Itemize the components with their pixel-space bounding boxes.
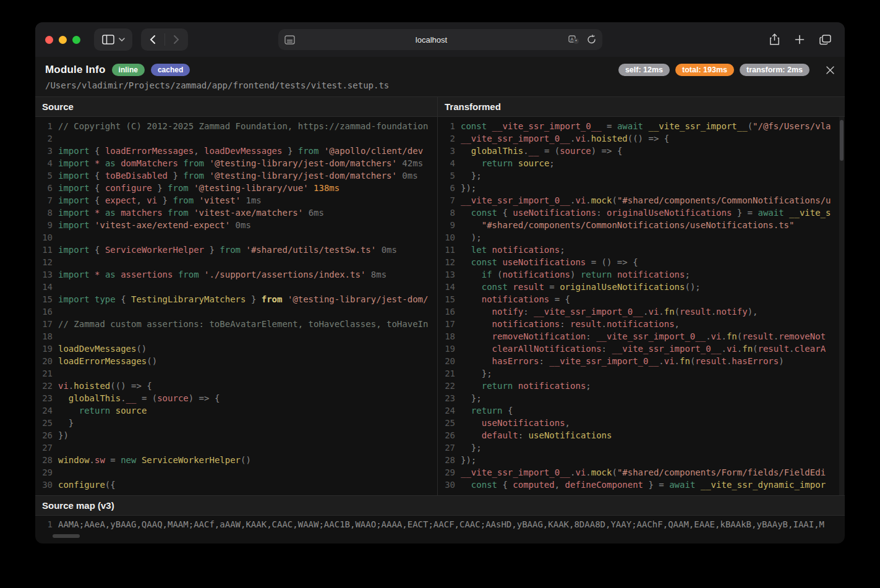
code-line: 5import { toBeDisabled } from '@testing-…: [35, 169, 437, 182]
line-number: 30: [438, 479, 455, 491]
line-number: 27: [35, 441, 53, 454]
close-window-button[interactable]: [45, 36, 53, 44]
line-number: 16: [35, 305, 53, 318]
code-panels: Source 1// Copyright (C) 2012-2025 Zamma…: [35, 97, 845, 495]
horizontal-scrollbar-thumb[interactable]: [53, 534, 80, 538]
code-text: __vite_ssr_import_0__.vi.mock("#shared/c…: [461, 466, 826, 479]
zoom-window-button[interactable]: [72, 36, 80, 44]
code-text: globalThis.__ = (source) => {: [461, 145, 622, 157]
minimize-window-button[interactable]: [59, 36, 67, 44]
sourcemap-title: Source map (v3): [35, 495, 845, 516]
svg-text:*: *: [575, 38, 577, 44]
line-number: 12: [438, 256, 455, 268]
line-number: 22: [35, 380, 53, 392]
line-number: 26: [35, 429, 53, 441]
nav-buttons: [141, 28, 188, 51]
code-line: 26}): [35, 429, 437, 441]
code-text: return source;: [461, 157, 555, 169]
browser-window: localhost A *: [35, 22, 845, 543]
code-line: 12: [35, 256, 437, 268]
code-text: const useNotifications = () => {: [461, 256, 638, 268]
line-number: 18: [438, 330, 455, 343]
code-text: loadDevMessages(): [58, 343, 147, 355]
code-line: 23 globalThis.__ = (source) => {: [35, 392, 437, 404]
line-number: 13: [35, 268, 53, 281]
code-text: };: [461, 367, 492, 380]
code-text: useNotifications,: [461, 417, 570, 429]
line-number: 19: [35, 343, 53, 355]
timing-total: total: 193ms: [675, 64, 734, 76]
line-number: 24: [438, 404, 455, 417]
line-number: 5: [35, 169, 53, 182]
code-line: 18 removeNotification: __vite_ssr_import…: [438, 330, 845, 343]
line-number: 17: [438, 318, 455, 330]
code-line: 9import 'vitest-axe/extend-expect' 0ms: [35, 219, 437, 231]
line-number: 17: [35, 318, 53, 330]
code-line: 30 const { computed, defineComponent } =…: [438, 479, 845, 491]
line-number: 30: [35, 479, 53, 491]
vertical-scrollbar-thumb[interactable]: [840, 120, 844, 161]
close-panel-button[interactable]: [826, 66, 835, 75]
code-text: const { useNotifications: originalUseNot…: [461, 207, 831, 219]
url-text[interactable]: localhost: [295, 35, 568, 45]
chevron-down-icon: [119, 38, 125, 41]
reader-icon[interactable]: [284, 35, 295, 45]
line-number: 1: [35, 120, 53, 132]
line-number: 28: [35, 454, 53, 466]
code-line: 19 clearAllNotifications: __vite_ssr_imp…: [438, 343, 845, 355]
line-number: 25: [35, 417, 53, 429]
code-line: 8 const { useNotifications: originalUseN…: [438, 207, 845, 219]
toolbar-right: [769, 33, 835, 46]
code-line: 17// Zammad custom assertions: toBeAvata…: [35, 318, 437, 330]
code-text: import type { TestingLibraryMatchers } f…: [58, 293, 428, 305]
code-text: import 'vitest-axe/extend-expect' 0ms: [58, 219, 251, 231]
code-text: };: [461, 392, 482, 404]
line-number: 4: [35, 157, 53, 169]
code-text: };: [461, 441, 482, 454]
line-number: 25: [438, 417, 455, 429]
code-text: "#shared/components/CommonNotifications/…: [461, 219, 794, 231]
code-line: 19loadDevMessages(): [35, 343, 437, 355]
code-line: 22 return notifications;: [438, 380, 845, 392]
vertical-scrollbar[interactable]: [839, 117, 844, 495]
code-text: import * as matchers from 'vitest-axe/ma…: [58, 207, 324, 219]
code-text: return {: [461, 404, 513, 417]
address-bar[interactable]: localhost A *: [278, 29, 602, 50]
line-number: 1: [438, 120, 455, 132]
code-line: 26 default: useNotifications: [438, 429, 845, 441]
line-number: 15: [35, 293, 53, 305]
new-tab-button[interactable]: [795, 35, 805, 45]
reload-icon[interactable]: [587, 35, 596, 45]
translate-icon[interactable]: A *: [568, 35, 579, 45]
line-number: 7: [438, 194, 455, 207]
share-button[interactable]: [769, 33, 780, 46]
transformed-panel: Transformed 1const __vite_ssr_import_0__…: [437, 97, 845, 495]
transformed-panel-title: Transformed: [438, 97, 845, 117]
forward-button[interactable]: [165, 28, 188, 51]
code-line: 24 return source: [35, 404, 437, 417]
code-line: 14 const result = originalUseNotificatio…: [438, 281, 845, 293]
code-line: 18: [35, 330, 437, 343]
module-path: /Users/vladimir/Projects/zammad/app/fron…: [45, 80, 835, 90]
tabs-overview-button[interactable]: [819, 35, 831, 45]
line-number: 12: [35, 256, 53, 268]
code-text: removeNotification: __vite_ssr_import_0_…: [461, 330, 826, 343]
line-number: 11: [438, 244, 455, 256]
code-text: default: useNotifications: [461, 429, 612, 441]
code-line: 6import { configure } from '@testing-lib…: [35, 182, 437, 194]
code-text: __vite_ssr_import_0__.vi.hoisted(() => {: [461, 132, 669, 145]
line-number: 3: [438, 145, 455, 157]
line-number: 20: [35, 355, 53, 367]
code-line: 11import { ServiceWorkerHelper } from '#…: [35, 244, 437, 256]
line-number: 26: [438, 429, 455, 441]
line-number: 29: [438, 466, 455, 479]
source-panel: Source 1// Copyright (C) 2012-2025 Zamma…: [35, 97, 437, 495]
line-number: 14: [438, 281, 455, 293]
code-text: import { toBeDisabled } from '@testing-l…: [58, 169, 418, 182]
line-number: 6: [438, 182, 455, 194]
code-text: import { ServiceWorkerHelper } from '#sh…: [58, 244, 397, 256]
code-line: 28});: [438, 454, 845, 466]
sidebar-toggle-button[interactable]: [94, 28, 132, 51]
new-tab-icon: [795, 35, 805, 45]
back-button[interactable]: [142, 28, 164, 51]
